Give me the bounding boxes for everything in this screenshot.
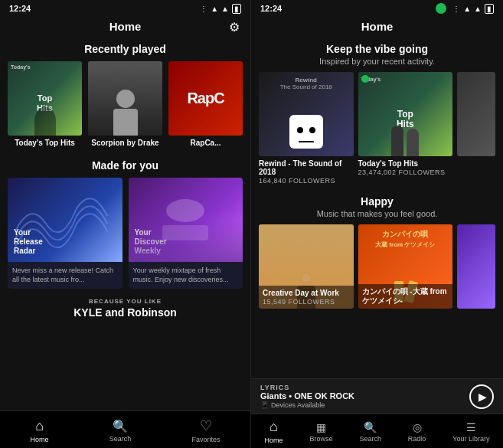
right-battery-icon: ▮ xyxy=(485,4,494,14)
right-panel: 12:24 ⋮ ▲ ▲ ▮ Home Keep the vibe going I… xyxy=(251,0,503,448)
right-nav-search-label: Search xyxy=(359,435,381,443)
recently-played-section: Today's TopHits Today's Top Hits xyxy=(0,61,250,155)
wifi-icon: ▲ xyxy=(221,5,229,13)
mfy-desc-release-radar: Never miss a new release! Catch all the … xyxy=(12,267,118,284)
kv-followers-top-hits: 23,474,002 FOLLOWERS xyxy=(358,168,453,176)
because-label: BECAUSE YOU LIKE xyxy=(0,298,250,305)
recently-played-title: Recently played xyxy=(0,38,250,61)
right-bottom-nav: ⌂ Home ▦ Browse 🔍 Search ◎ Radio ☰ Your … xyxy=(251,414,503,448)
rp-label-rap: RapCa... xyxy=(168,139,243,147)
kv-cover-top-hits: Today's TopHits xyxy=(358,72,453,156)
right-wifi-icon: ▲ xyxy=(474,5,482,13)
play-button[interactable]: ▶ xyxy=(469,384,494,409)
mfy-cover-release-radar: YourReleaseRadar xyxy=(8,178,122,262)
browse-icon: ▦ xyxy=(316,421,326,433)
keep-vibe-section: Rewind The Sound of 2018 xyxy=(251,72,503,191)
because-title: KYLE and Robinson xyxy=(0,306,250,319)
nav-home[interactable]: ⌂ Home xyxy=(31,418,49,443)
nav-home-label: Home xyxy=(31,436,49,443)
rp-cover-scorpion xyxy=(88,61,162,136)
lyrics-label: LYRICS xyxy=(260,384,354,391)
kv-title-rewind: Rewind - The Sound of 2018 xyxy=(259,159,354,176)
lyrics-device: 📱 Devices Available xyxy=(260,401,354,409)
right-status-icons: ⋮ ▲ ▲ ▮ xyxy=(436,3,494,14)
library-icon: ☰ xyxy=(466,421,476,433)
lyrics-info: LYRICS Giants • ONE OK ROCK 📱 Devices Av… xyxy=(260,384,354,409)
right-bluetooth-icon: ⋮ xyxy=(452,5,460,13)
h-kanpai[interactable]: カンパイの唄大蔵 from ケツメイシ カンパイの唄 -大蔵 from ケツメイ… xyxy=(358,224,453,309)
mfy-discover-weekly[interactable]: YourDiscoverWeekly Your weekly mixtape o… xyxy=(129,178,243,289)
h-title-kanpai: カンパイの唄 -大蔵 from ケツメイシ- xyxy=(362,287,449,306)
kv-followers-rewind: 164,840 FOLLOWERS xyxy=(259,177,354,185)
mfy-release-radar[interactable]: YourReleaseRadar Never miss a new releas… xyxy=(8,178,122,289)
right-nav-home[interactable]: ⌂ Home xyxy=(264,419,283,444)
right-nav-home-label: Home xyxy=(264,437,283,444)
lyrics-bar: LYRICS Giants • ONE OK ROCK 📱 Devices Av… xyxy=(251,378,503,414)
right-time: 12:24 xyxy=(260,4,282,13)
right-signal-icon: ▲ xyxy=(463,5,471,13)
right-status-bar: 12:24 ⋮ ▲ ▲ ▮ xyxy=(251,0,503,17)
radio-icon: ◎ xyxy=(413,421,422,433)
kv-cover-rewind: Rewind The Sound of 2018 xyxy=(259,72,354,156)
bluetooth-icon: ⋮ xyxy=(200,5,207,13)
kv-top-hits[interactable]: Today's TopHits Today's Top Hits 23,474,… xyxy=(358,72,453,185)
spotify-logo xyxy=(436,3,446,14)
h-overlay-kanpai: カンパイの唄 -大蔵 from ケツメイシ- xyxy=(358,284,453,309)
nav-search[interactable]: 🔍 Search xyxy=(109,419,132,443)
h-title-creative: Creative Day at Work xyxy=(263,289,350,298)
kv-cover-partial xyxy=(457,72,495,156)
right-scrollable: Keep the vibe going Inspired by your rec… xyxy=(251,38,503,378)
home-icon: ⌂ xyxy=(35,418,44,434)
wave-lines-icon xyxy=(8,178,122,262)
right-nav-search[interactable]: 🔍 Search xyxy=(359,421,381,443)
left-status-bar: 12:24 ⋮ ▲ ▲ ▮ xyxy=(0,0,250,17)
rp-cover-top-hits: Today's TopHits xyxy=(8,61,82,136)
rp-label-scorpion: Scorpion by Drake xyxy=(88,139,162,147)
happy-section: Creative Day at Work 15,549 FOLLOWERS カン… xyxy=(251,224,503,313)
kv-info-rewind: Rewind - The Sound of 2018 164,840 FOLLO… xyxy=(259,159,354,185)
nav-search-label: Search xyxy=(109,435,132,443)
right-search-icon: 🔍 xyxy=(364,421,377,433)
rp-item-top-hits[interactable]: Today's TopHits Today's Top Hits xyxy=(8,61,82,147)
rp-item-rap[interactable]: RapC RapCa... xyxy=(168,61,243,147)
rp-label-top-hits: Today's Top Hits xyxy=(8,139,82,147)
kv-rewind[interactable]: Rewind The Sound of 2018 xyxy=(259,72,354,185)
kv-info-top-hits: Today's Top Hits 23,474,002 FOLLOWERS xyxy=(358,159,453,176)
heart-icon: ♡ xyxy=(200,417,212,434)
rp-item-scorpion[interactable]: Scorpion by Drake xyxy=(88,61,162,147)
signal-icon: ▲ xyxy=(211,5,218,13)
left-header-title: Home xyxy=(109,20,142,33)
mfy-cover-discover-weekly: YourDiscoverWeekly xyxy=(129,178,243,262)
mfy-info-discover-weekly: Your weekly mixtape of fresh music. Enjo… xyxy=(129,262,243,289)
happy-subtitle: Music that makes you feel good. xyxy=(251,209,503,224)
battery-icon: ▮ xyxy=(232,4,241,14)
nav-favorites[interactable]: ♡ Favorites xyxy=(191,417,220,443)
kv-partial[interactable] xyxy=(457,72,495,185)
happy-grid: Creative Day at Work 15,549 FOLLOWERS カン… xyxy=(259,224,495,309)
right-nav-radio[interactable]: ◎ Radio xyxy=(408,421,426,443)
h-partial[interactable] xyxy=(457,224,495,309)
h-cover-partial xyxy=(457,224,495,309)
right-nav-browse[interactable]: ▦ Browse xyxy=(309,421,332,443)
kanpai-text: カンパイの唄大蔵 from ケツメイシ xyxy=(361,229,450,249)
right-nav-radio-label: Radio xyxy=(408,435,426,443)
play-icon: ▶ xyxy=(479,391,487,403)
device-icon: 📱 xyxy=(260,401,269,409)
recently-played-grid: Today's TopHits Today's Top Hits xyxy=(8,61,243,147)
right-nav-browse-label: Browse xyxy=(309,435,332,443)
left-panel: 12:24 ⋮ ▲ ▲ ▮ Home ⚙ Recently played Tod… xyxy=(0,0,251,448)
rp-cover-rap: RapC xyxy=(168,61,243,136)
lyrics-song: Giants • ONE OK ROCK xyxy=(260,391,354,401)
mfy-info-release-radar: Never miss a new release! Catch all the … xyxy=(8,262,122,289)
left-bottom-nav: ⌂ Home 🔍 Search ♡ Favorites xyxy=(0,410,250,448)
h-creative[interactable]: Creative Day at Work 15,549 FOLLOWERS xyxy=(259,224,354,309)
because-section: BECAUSE YOU LIKE KYLE and Robinson xyxy=(0,295,250,322)
keep-vibe-subtitle: Inspired by your recent activity. xyxy=(251,57,503,72)
right-nav-library[interactable]: ☰ Your Library xyxy=(452,421,489,443)
search-icon: 🔍 xyxy=(113,419,128,433)
left-header: Home ⚙ xyxy=(0,17,250,38)
device-label: Devices Available xyxy=(271,401,325,409)
right-header-title: Home xyxy=(361,20,394,33)
made-for-you-title: Made for you xyxy=(0,155,250,178)
settings-icon[interactable]: ⚙ xyxy=(229,20,240,34)
